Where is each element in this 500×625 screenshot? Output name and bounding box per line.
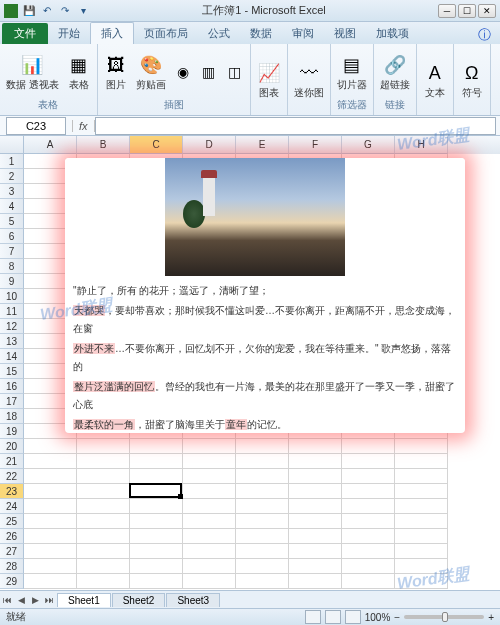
cell[interactable]	[236, 544, 289, 559]
cell[interactable]	[289, 469, 342, 484]
cell[interactable]	[236, 454, 289, 469]
tab-data[interactable]: 数据	[240, 23, 282, 44]
sheet-nav-prev[interactable]: ◀	[14, 592, 28, 608]
row-header[interactable]: 13	[0, 334, 24, 349]
cell[interactable]	[24, 559, 77, 574]
cell[interactable]	[289, 439, 342, 454]
cell[interactable]	[183, 559, 236, 574]
row-header[interactable]: 24	[0, 499, 24, 514]
ribbon-button[interactable]: 📊数据 透视表	[4, 51, 61, 92]
zoom-thumb[interactable]	[442, 612, 448, 622]
cell[interactable]	[342, 484, 395, 499]
row-header[interactable]: 12	[0, 319, 24, 334]
cell[interactable]	[24, 469, 77, 484]
cell[interactable]	[342, 514, 395, 529]
ribbon-button[interactable]: ▥	[198, 61, 220, 83]
view-pagebreak-button[interactable]	[345, 610, 361, 624]
cell[interactable]	[342, 439, 395, 454]
cell[interactable]	[77, 484, 130, 499]
cell[interactable]	[395, 574, 448, 589]
column-header[interactable]: E	[236, 136, 289, 154]
cell[interactable]	[77, 469, 130, 484]
cell[interactable]	[289, 484, 342, 499]
fx-icon[interactable]: fx	[72, 120, 95, 132]
sheet-tab-2[interactable]: Sheet2	[112, 593, 166, 607]
cell[interactable]	[77, 559, 130, 574]
tab-formulas[interactable]: 公式	[198, 23, 240, 44]
cell[interactable]	[395, 454, 448, 469]
cell[interactable]	[77, 499, 130, 514]
row-header[interactable]: 16	[0, 379, 24, 394]
tab-view[interactable]: 视图	[324, 23, 366, 44]
cell[interactable]	[24, 454, 77, 469]
row-header[interactable]: 3	[0, 184, 24, 199]
row-header[interactable]: 22	[0, 469, 24, 484]
row-header[interactable]: 21	[0, 454, 24, 469]
cell[interactable]	[24, 499, 77, 514]
tab-addins[interactable]: 加载项	[366, 23, 419, 44]
sheet-nav-next[interactable]: ▶	[28, 592, 42, 608]
cell[interactable]	[183, 574, 236, 589]
row-header[interactable]: 15	[0, 364, 24, 379]
cell[interactable]	[236, 574, 289, 589]
sheet-nav-first[interactable]: ⏮	[0, 592, 14, 608]
zoom-out-button[interactable]: −	[394, 612, 400, 623]
active-cell-cursor[interactable]	[129, 483, 182, 498]
column-header[interactable]: H	[395, 136, 448, 154]
cell[interactable]	[130, 574, 183, 589]
row-header[interactable]: 8	[0, 259, 24, 274]
cell[interactable]	[289, 514, 342, 529]
undo-icon[interactable]: ↶	[40, 4, 54, 18]
help-icon[interactable]: ⓘ	[478, 26, 496, 44]
cell[interactable]	[183, 499, 236, 514]
row-header[interactable]: 27	[0, 544, 24, 559]
cell[interactable]	[77, 439, 130, 454]
cell[interactable]	[130, 439, 183, 454]
cell[interactable]	[24, 439, 77, 454]
cell[interactable]	[236, 559, 289, 574]
cell[interactable]	[395, 514, 448, 529]
tab-home[interactable]: 开始	[48, 23, 90, 44]
cell[interactable]	[183, 469, 236, 484]
tab-review[interactable]: 审阅	[282, 23, 324, 44]
ribbon-button[interactable]: 🔗超链接	[378, 51, 412, 92]
ribbon-button[interactable]: 🖼图片	[102, 51, 130, 92]
view-layout-button[interactable]	[325, 610, 341, 624]
cell[interactable]	[130, 559, 183, 574]
zoom-slider[interactable]	[404, 615, 484, 619]
ribbon-button[interactable]: 📈图表	[255, 59, 283, 100]
cell[interactable]	[395, 559, 448, 574]
sheet-tab-3[interactable]: Sheet3	[166, 593, 220, 607]
cell[interactable]	[183, 454, 236, 469]
sheet-tab-1[interactable]: Sheet1	[57, 593, 111, 607]
cell[interactable]	[130, 544, 183, 559]
row-header[interactable]: 4	[0, 199, 24, 214]
row-header[interactable]: 18	[0, 409, 24, 424]
row-header[interactable]: 29	[0, 574, 24, 589]
row-header[interactable]: 23	[0, 484, 24, 499]
cell[interactable]	[342, 499, 395, 514]
cell[interactable]	[289, 499, 342, 514]
view-normal-button[interactable]	[305, 610, 321, 624]
row-header[interactable]: 28	[0, 559, 24, 574]
cell[interactable]	[183, 544, 236, 559]
ribbon-button[interactable]: ▦表格	[65, 51, 93, 92]
cell[interactable]	[77, 544, 130, 559]
ribbon-button[interactable]: ◉	[172, 61, 194, 83]
column-header[interactable]: G	[342, 136, 395, 154]
tab-insert[interactable]: 插入	[90, 22, 134, 44]
cell[interactable]	[183, 514, 236, 529]
row-header[interactable]: 19	[0, 424, 24, 439]
cell[interactable]	[236, 529, 289, 544]
cell[interactable]	[395, 499, 448, 514]
maximize-button[interactable]: ☐	[458, 4, 476, 18]
cell[interactable]	[24, 574, 77, 589]
cell[interactable]	[342, 544, 395, 559]
sheet-nav-last[interactable]: ⏭	[42, 592, 56, 608]
minimize-button[interactable]: ─	[438, 4, 456, 18]
cell[interactable]	[236, 439, 289, 454]
ribbon-button[interactable]: 🎨剪贴画	[134, 51, 168, 92]
cell[interactable]	[395, 544, 448, 559]
cell[interactable]	[395, 469, 448, 484]
row-header[interactable]: 2	[0, 169, 24, 184]
